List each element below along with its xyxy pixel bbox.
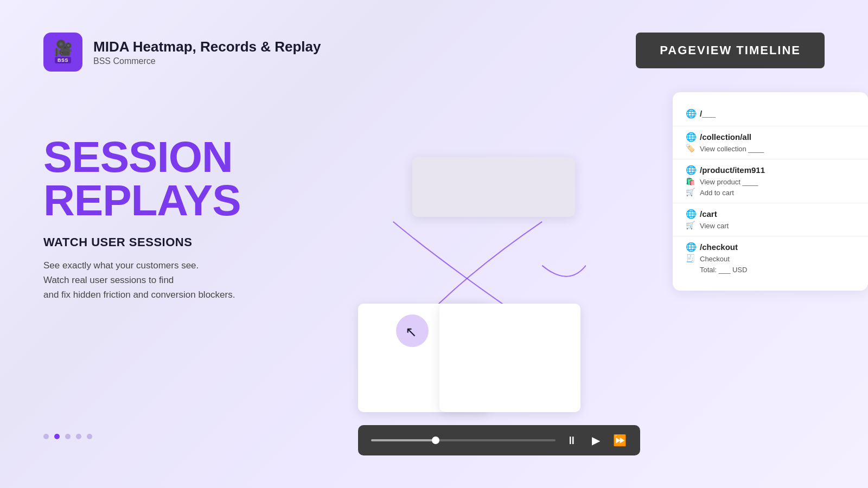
logo-icon: 🎥	[54, 41, 73, 56]
desc-line1: See exactly what your customers see.	[43, 260, 199, 271]
dot-5[interactable]	[87, 434, 92, 439]
route-text-product: /product/item911	[700, 165, 765, 175]
timeline-sub-collection: 🏷️ View collection ____	[686, 144, 855, 153]
total-icon	[686, 265, 695, 274]
dot-3[interactable]	[65, 434, 71, 439]
route-text-collection: /collection/all	[700, 132, 751, 142]
logo-badge: BSS	[55, 57, 71, 63]
text-section: SESSION REPLAYS WATCH USER SESSIONS See …	[43, 136, 347, 303]
section-desc: See exactly what your customers see. Wat…	[43, 258, 347, 303]
cart-add-icon: 🛒	[686, 188, 695, 197]
sub-checkout-label: Checkout	[700, 255, 730, 263]
cursor: ↖	[396, 314, 429, 347]
sub-total-label: Total: ___ USD	[700, 266, 747, 274]
play-button[interactable]: ▶	[588, 433, 603, 448]
section-subtitle: WATCH USER SESSIONS	[43, 235, 347, 249]
dot-2[interactable]	[54, 434, 60, 439]
timeline-sub-checkout: 🧾 Checkout	[686, 254, 855, 264]
browser-window-bottom-right	[439, 304, 580, 412]
timeline-route-checkout: 🌐 /checkout	[686, 242, 855, 252]
globe-icon-collection: 🌐	[686, 132, 695, 142]
app-logo: 🎥 BSS	[43, 33, 82, 72]
timeline-item-product: 🌐 /product/item911 🛍️ View product ____ …	[673, 159, 868, 203]
sub-add-to-cart: Add to cart	[700, 189, 734, 197]
company-name: BSS Commerce	[93, 56, 321, 66]
sub-product-view: View product ____	[700, 178, 758, 186]
route-text-checkout: /checkout	[700, 242, 738, 252]
desc-line2: Watch real user sessions to find	[43, 275, 174, 285]
timeline-sub-cart: 🛒 Add to cart	[686, 188, 855, 197]
progress-fill	[371, 439, 436, 441]
dot-1[interactable]	[43, 434, 49, 439]
browser-area: ↖	[358, 119, 586, 455]
carousel-dots	[43, 434, 92, 439]
route-text-cart: /cart	[700, 209, 717, 219]
timeline-route-cart: 🌐 /cart	[686, 209, 855, 219]
fast-forward-button[interactable]: ⏩	[612, 433, 627, 448]
header-text: MIDA Heatmap, Records & Replay BSS Comme…	[93, 38, 321, 66]
cursor-arrow-icon: ↖	[405, 324, 417, 341]
timeline-item-cart: 🌐 /cart 🛒 View cart	[673, 203, 868, 236]
timeline-route-collection: 🌐 /collection/all	[686, 132, 855, 142]
timeline-item-root: 🌐 /___	[673, 103, 868, 126]
timeline-item-checkout: 🌐 /checkout 🧾 Checkout Total: ___ USD	[673, 236, 868, 280]
timeline-sub-product: 🛍️ View product ____	[686, 177, 855, 187]
sub-view-cart: View cart	[700, 222, 729, 230]
globe-icon-root: 🌐	[686, 108, 695, 118]
cursor-circle: ↖	[396, 314, 429, 347]
pageview-timeline-button[interactable]: PAGEVIEW TIMELINE	[636, 33, 825, 68]
checkout-icon: 🧾	[686, 254, 695, 264]
globe-icon-product: 🌐	[686, 165, 695, 175]
progress-thumb	[432, 436, 439, 444]
route-text-root: /___	[700, 109, 716, 118]
progress-bar[interactable]	[371, 439, 556, 441]
view-cart-icon: 🛒	[686, 221, 695, 230]
sub-collection-label: View collection ____	[700, 145, 764, 153]
timeline-item-collection: 🌐 /collection/all 🏷️ View collection ___…	[673, 126, 868, 159]
timeline-sub-total: Total: ___ USD	[686, 265, 855, 274]
app-name: MIDA Heatmap, Records & Replay	[93, 38, 321, 55]
globe-icon-cart: 🌐	[686, 209, 695, 219]
pause-button[interactable]: ⏸	[564, 433, 579, 448]
timeline-route-root: 🌐 /___	[686, 108, 855, 118]
header: 🎥 BSS MIDA Heatmap, Records & Replay BSS…	[43, 33, 321, 72]
browser-window-top	[412, 157, 575, 217]
globe-icon-checkout: 🌐	[686, 242, 695, 252]
dot-4[interactable]	[76, 434, 81, 439]
section-title: SESSION REPLAYS	[43, 136, 347, 222]
product-icon: 🛍️	[686, 177, 695, 187]
timeline-route-product: 🌐 /product/item911	[686, 165, 855, 175]
video-controls: ⏸ ▶ ⏩	[358, 425, 640, 455]
timeline-sub-viewcart: 🛒 View cart	[686, 221, 855, 230]
collection-icon: 🏷️	[686, 144, 695, 153]
desc-line3: and fix hidden friction and conversion b…	[43, 290, 235, 300]
timeline-panel: 🌐 /___ 🌐 /collection/all 🏷️ View collect…	[673, 92, 868, 291]
